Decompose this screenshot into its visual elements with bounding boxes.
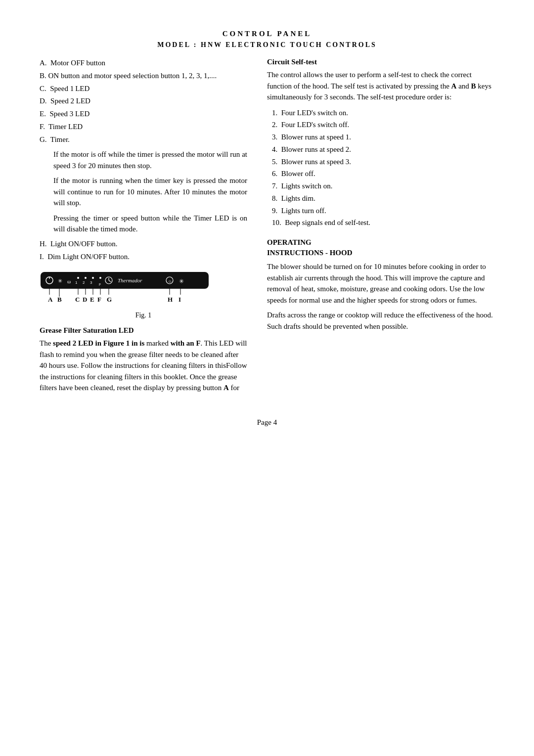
list-item: E. Speed 3 LED xyxy=(40,109,247,120)
list-item: G. Timer. xyxy=(40,134,247,145)
timer-note-2: If the motor is running when the timer k… xyxy=(53,175,247,209)
timer-note-1: If the motor is off while the timer is p… xyxy=(53,149,247,171)
left-column: A. Motor OFF button B. ON button and mot… xyxy=(40,58,247,399)
svg-text:G: G xyxy=(107,296,112,303)
svg-text:☼: ☼ xyxy=(168,278,172,284)
list-item: 4. Blower runs at speed 2. xyxy=(272,144,494,155)
svg-text:✳: ✳ xyxy=(58,278,62,284)
list-item: 2. Four LED's switch off. xyxy=(272,120,494,131)
svg-point-11 xyxy=(99,277,101,279)
list-item: 6. Blower off. xyxy=(272,169,494,179)
svg-text:F: F xyxy=(99,283,101,286)
list-item: 8. Lights dim. xyxy=(272,193,494,204)
page-title: CONTROL PANEL xyxy=(40,30,494,38)
svg-point-7 xyxy=(85,277,87,279)
list-item: 3. Blower runs at speed 1. xyxy=(272,132,494,143)
page-footer: Page 4 xyxy=(40,418,494,427)
page-header: CONTROL PANEL MODEL : HNW ELECTRONIC TOU… xyxy=(40,30,494,49)
svg-text:E: E xyxy=(90,296,94,303)
operating-section: OPERATING INSTRUCTIONS - HOOD The blower… xyxy=(267,237,494,332)
svg-text:C: C xyxy=(75,296,80,303)
list-item: 1. Four LED's switch on. xyxy=(272,108,494,119)
list-item: 5. Blower runs at speed 3. xyxy=(272,157,494,168)
svg-text:F: F xyxy=(97,296,101,303)
operating-title-line2: INSTRUCTIONS - HOOD xyxy=(267,248,494,258)
list-item: H. Light ON/OFF button. xyxy=(40,239,247,250)
circuit-title: Circuit Self-test xyxy=(267,58,494,66)
list-item: C. Speed 1 LED xyxy=(40,84,247,94)
list-item: F. Timer LED xyxy=(40,122,247,133)
main-content: A. Motor OFF button B. ON button and mot… xyxy=(40,58,494,399)
item-list-a-g: A. Motor OFF button B. ON button and mot… xyxy=(40,58,247,145)
svg-text:2: 2 xyxy=(83,280,85,285)
circuit-section: Circuit Self-test The control allows the… xyxy=(267,58,494,228)
svg-text:A: A xyxy=(48,296,53,303)
timer-note-3: Pressing the timer or speed button while… xyxy=(53,213,247,235)
svg-text:✳: ✳ xyxy=(179,278,184,285)
item-list-h-i: H. Light ON/OFF button. I. Dim Light ON/… xyxy=(40,239,247,263)
model-line: MODEL : HNW ELECTRONIC TOUCH CONTROLS xyxy=(40,41,494,49)
grease-section-title: Grease Filter Saturation LED xyxy=(40,326,247,335)
svg-text:D: D xyxy=(83,296,87,303)
list-item: B. ON button and motor speed selection b… xyxy=(40,71,247,82)
list-item: D. Speed 2 LED xyxy=(40,96,247,107)
svg-text:Thermador: Thermador xyxy=(118,277,142,283)
operating-body-1: The blower should be turned on for 10 mi… xyxy=(267,261,494,306)
operating-body: The blower should be turned on for 10 mi… xyxy=(267,261,494,332)
svg-text:ω: ω xyxy=(67,278,71,284)
right-column: Circuit Self-test The control allows the… xyxy=(267,58,494,399)
svg-text:1: 1 xyxy=(75,280,78,285)
grease-section-body: The speed 2 LED in Figure 1 in is marked… xyxy=(40,338,247,394)
page-number: Page 4 xyxy=(257,418,277,426)
svg-text:3: 3 xyxy=(90,280,92,285)
svg-text:H: H xyxy=(168,296,173,303)
svg-point-9 xyxy=(92,277,94,279)
operating-title-line1: OPERATING xyxy=(267,237,494,248)
operating-body-2: Drafts across the range or cooktop will … xyxy=(267,310,494,332)
list-item: 9. Lights turn off. xyxy=(272,206,494,217)
svg-text:B: B xyxy=(57,296,62,303)
page-container: CONTROL PANEL MODEL : HNW ELECTRONIC TOU… xyxy=(40,30,494,427)
list-item: 7. Lights switch on. xyxy=(272,181,494,192)
list-item: I. Dim Light ON/OFF button. xyxy=(40,252,247,263)
self-test-list: 1. Four LED's switch on. 2. Four LED's s… xyxy=(272,108,494,229)
fig-caption: Fig. 1 xyxy=(40,311,247,319)
control-diagram: ✳ ω 1 2 3 F xyxy=(40,271,247,319)
list-item: 10. Beep signals end of self-test. xyxy=(272,218,494,228)
diagram-svg: ✳ ω 1 2 3 F xyxy=(40,271,227,307)
svg-point-5 xyxy=(77,277,79,279)
timer-notes: If the motor is off while the timer is p… xyxy=(53,149,247,235)
operating-title: OPERATING INSTRUCTIONS - HOOD xyxy=(267,237,494,258)
circuit-body: The control allows the user to perform a… xyxy=(267,69,494,103)
svg-text:I: I xyxy=(178,296,181,303)
list-item: A. Motor OFF button xyxy=(40,58,247,69)
grease-section: Grease Filter Saturation LED The speed 2… xyxy=(40,326,247,394)
